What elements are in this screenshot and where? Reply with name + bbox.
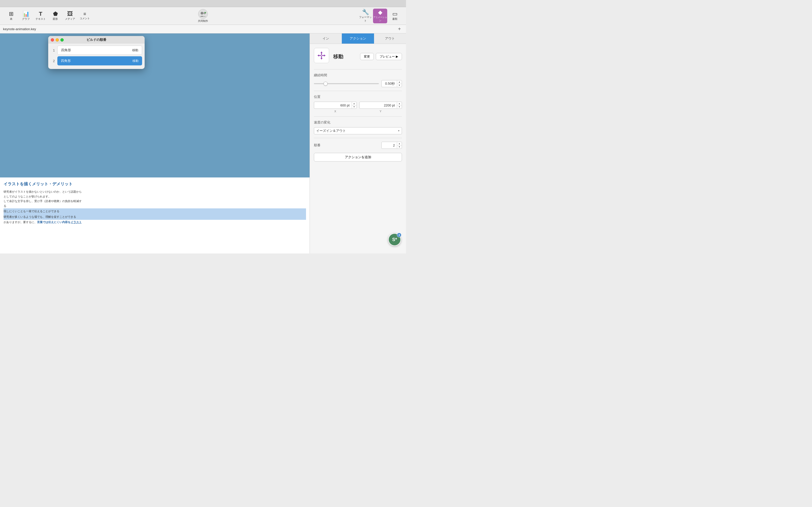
divider-1 [314,69,402,69]
build-item-2[interactable]: 四角形 移動 [57,56,142,65]
slide-line-3: して余計な文字を排し、受け手（読者や聴衆）の負担を軽減す [4,199,306,204]
graph-icon: 📊 [22,11,30,17]
add-action-button[interactable]: アクションを追加 [314,153,402,162]
toolbar-comment-label: コメント [80,17,90,20]
collaboration-button[interactable]: 共同制作 [198,9,208,23]
build-row-2: 2 四角形 移動 [51,56,142,65]
document-icon: ▭ [392,11,398,17]
animation-icon: ◆ [378,10,383,15]
slide-line-3-text: して余計な文字を排し、受け手（読者や聴衆）の負担を軽減す [4,200,82,203]
toolbar-center: 共同制作 [198,9,208,23]
svg-point-2 [205,12,206,13]
build-dialog-title: ビルドの順番 [87,38,106,42]
canvas-area: イラストを描くメリット・デメリット 研究者がイラストを描かないといけないのか、と… [0,34,310,253]
toolbar-document-btn[interactable]: ▭ 書類 [388,9,402,23]
toolbar-shape-btn[interactable]: ⬟ 図形 [48,9,62,23]
build-row-1: 1 四角形 移動 [51,46,142,55]
slide-title: イラストを描くメリット・デメリット [4,181,306,187]
preview-play-icon: ▶ [396,55,398,58]
duration-slider-track[interactable] [314,83,379,84]
duration-label: 継続時間 [314,73,402,77]
speed-select[interactable]: イーズイン＆アウト [314,127,402,134]
duration-down-arrow[interactable]: ▼ [397,84,402,87]
toolbar-media-label: メディア [65,17,75,21]
position-y-up[interactable]: ▲ [397,102,402,105]
build-item-1-action: 移動 [132,48,138,52]
divider-4 [314,138,402,138]
slide-text-block: イラストを描くメリット・デメリット 研究者がイラストを描かないといけないのか、と… [0,177,310,253]
zoom-button[interactable] [60,38,64,42]
order-arrows: ▲ ▼ [397,142,402,149]
build-item-1[interactable]: 四角形 移動 [57,46,142,55]
toolbar-table-btn[interactable]: ⊞ 表 [4,9,18,23]
toolbar-media-btn[interactable]: 🖼 メディア [63,9,77,23]
position-x-value: 600 pt [314,103,352,107]
position-y-value: 2200 pt [360,103,397,107]
position-y-spinner: 2200 pt ▲ ▼ [359,102,402,109]
build-item-2-name: 四角形 [61,59,71,63]
position-y-arrows: ▲ ▼ [397,102,402,109]
build-item-2-action: 移動 [133,59,139,63]
slide-line-7-normal: がありますが。要するに、 [4,221,37,224]
close-button[interactable] [51,38,54,42]
tab-action[interactable]: アクション [342,34,374,44]
build-order-dialog: ビルドの順番 1 四角形 移動 2 四角形 移動 [48,36,145,69]
collaboration-label: 共同制作 [198,19,208,23]
position-label: 位置 [314,95,402,99]
animation-header: 移動 変更 プレビュー ▶ [314,48,402,65]
duration-value: 0.50秒 [382,81,397,86]
position-y-group: 2200 pt ▲ ▼ Y [359,102,402,113]
slide-line-7-bold: 言葉では伝えにくい内容を [37,221,70,224]
preview-button[interactable]: プレビュー ▶ [376,53,402,60]
shape-icon: ⬟ [53,11,58,17]
build-item-1-name: 四角形 [61,48,71,52]
duration-slider-row: 0.50秒 ▲ ▼ [314,80,402,87]
build-row-1-num: 1 [51,48,55,52]
position-x-arrows: ▲ ▼ [352,102,357,109]
order-spinner: 2 ▲ ▼ [382,142,402,149]
toolbar-animation-label: アニメーション [373,16,387,22]
position-y-down[interactable]: ▼ [397,105,402,109]
position-x-label: X [335,110,336,113]
format-icon: 🔧 [362,9,369,15]
slide-line-4: る [4,204,306,208]
position-x-up[interactable]: ▲ [352,102,357,105]
slide-line-5: 現しにくいことも一発で伝えることができる [4,208,306,214]
toolbar-format-btn[interactable]: 🔧 フォーマット [358,9,372,23]
preview-label: プレビュー [379,55,395,59]
avatar[interactable]: S* ✦ [388,233,401,246]
duration-slider-thumb[interactable] [323,81,327,86]
avatar-star-badge: ✦ [397,233,401,237]
main-area: イラストを描くメリット・デメリット 研究者がイラストを描かないといけないのか、と… [0,34,406,253]
order-label: 順番 [314,143,379,148]
panel-tabs: イン アクション アウト [310,34,406,44]
slide-line-6: 研究者が多くいるような場でも、理解を促すことができる [4,214,306,220]
text-icon: T [39,11,42,17]
svg-point-0 [201,12,203,14]
order-down[interactable]: ▼ [397,146,402,149]
duration-up-arrow[interactable]: ▲ [397,80,402,84]
change-button[interactable]: 変更 [360,53,374,60]
position-x-down[interactable]: ▼ [352,105,357,109]
build-dialog-title-bar: ビルドの順番 [48,36,145,44]
toolbar-graph-btn[interactable]: 📊 グラフ [19,9,33,23]
add-slide-button[interactable]: + [396,25,403,33]
order-up[interactable]: ▲ [397,142,402,146]
speed-select-wrapper: イーズイン＆アウト [314,127,402,134]
collaboration-icon [198,9,208,19]
minimize-button[interactable] [56,38,59,42]
slide-line-2: としてのようなことが挙げられます。 [4,194,306,199]
right-panel: イン アクション アウト [310,34,406,253]
animation-title-wrapper: 移動 [333,53,356,60]
comment-icon: ≡ [84,12,86,16]
toolbar-format-label: フォーマット [358,15,372,22]
tab-out[interactable]: アウト [374,34,406,44]
slide-line-1: 研究者がイラストを描かないといけないのか、という話題から [4,189,306,194]
toolbar-animation-btn[interactable]: ◆ アニメーション [373,9,387,23]
title-bar [0,0,406,7]
tab-in[interactable]: イン [310,34,342,44]
toolbar-shape-label: 図形 [53,17,58,21]
toolbar-text-btn[interactable]: T テキスト [34,9,48,23]
toolbar-comment-btn[interactable]: ≡ コメント [78,9,92,23]
position-y-label: Y [379,110,382,113]
